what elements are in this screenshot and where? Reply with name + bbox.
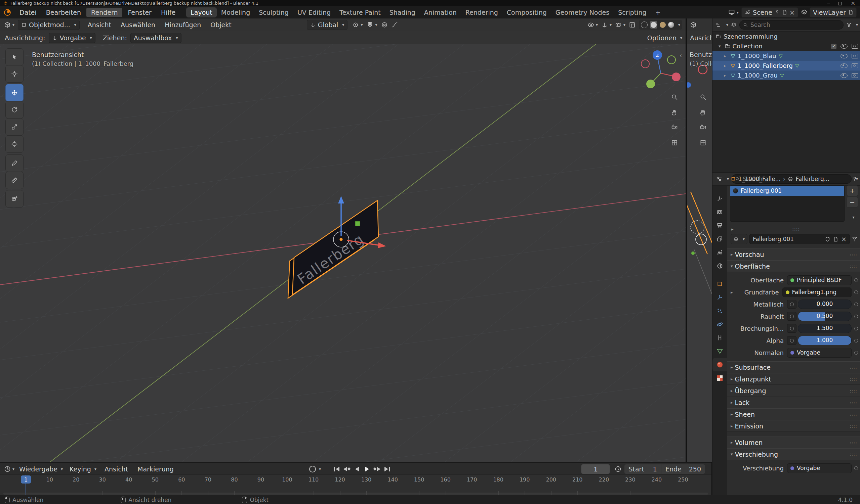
panel-oberflaeche[interactable]: ▾ Oberfläche :::: [727, 260, 860, 272]
tab-material[interactable] [713, 358, 727, 371]
keyframe-decorator[interactable] [854, 351, 858, 355]
normals-value-field[interactable]: Vorgabe [787, 348, 851, 358]
menu-hilfe[interactable]: Hilfe [156, 6, 180, 18]
keyframe-decorator[interactable] [854, 315, 858, 318]
tab-physics[interactable] [713, 318, 727, 331]
falloff-curve-icon[interactable] [391, 21, 398, 28]
nav-x-ball[interactable] [672, 73, 680, 81]
panel-volumen[interactable]: ▸Volumen:::: [727, 436, 860, 448]
editor-type-icon[interactable] [690, 21, 697, 28]
viewport-camera-icon[interactable] [669, 121, 680, 133]
workspace-tab-modeling[interactable]: Modeling [217, 6, 254, 18]
object-visibility-icon[interactable] [587, 21, 594, 28]
viewport-zoom-icon[interactable] [669, 91, 680, 103]
filter-funnel-icon[interactable] [852, 236, 857, 242]
menu-bearbeiten[interactable]: Bearbeiten [41, 6, 86, 18]
workspace-tab-layout[interactable]: Layout [186, 8, 217, 17]
workspace-tab-compositing[interactable]: Compositing [502, 6, 551, 18]
material-name-field[interactable]: Fallerberg.001 × [749, 234, 850, 244]
viewport-3d[interactable]: Fallerberg Z Benutzeransicht (1) Collect… [0, 44, 686, 462]
drag-selector[interactable]: Auswahlbox ▾ [130, 33, 182, 43]
gizmo-z-arrowhead[interactable] [338, 196, 344, 204]
keyframe-decorator[interactable] [854, 278, 858, 282]
eye-icon[interactable] [841, 63, 848, 68]
panel-uebergang[interactable]: ▸Übergang:::: [727, 385, 860, 397]
outliner-scene-collection[interactable]: Szenensammlung [713, 32, 860, 41]
keyframe-decorator[interactable] [854, 327, 858, 330]
menu-ansicht[interactable]: Ansicht [83, 18, 116, 31]
tab-viewlayer[interactable] [713, 232, 727, 246]
surface-shader-selector[interactable]: Principled BSDF [787, 275, 851, 285]
pin-icon[interactable] [775, 10, 780, 15]
menu-rendern[interactable]: Rendern [86, 8, 122, 17]
camera-render-icon[interactable] [851, 54, 858, 58]
eye-icon[interactable] [841, 73, 848, 78]
outliner-object-fallerberg[interactable]: ▸ 1_1000_Fallerberg [713, 61, 860, 71]
tool-transform-button[interactable] [5, 135, 24, 153]
menu-fenster[interactable]: Fenster [123, 6, 156, 18]
pivot-icon[interactable] [352, 21, 359, 28]
metallic-slider[interactable]: 0.000 [798, 299, 851, 309]
workspace-tab-rendering[interactable]: Rendering [461, 6, 502, 18]
outliner-search-input[interactable] [750, 21, 791, 29]
filter-funnel-icon[interactable] [846, 22, 851, 28]
editor-type-icon[interactable] [4, 21, 11, 28]
current-frame-field[interactable]: 1 [581, 464, 610, 474]
viewport-pan-icon[interactable] [697, 107, 709, 118]
keyframe-decorator[interactable] [854, 291, 858, 294]
camera-render-icon[interactable] [851, 44, 858, 49]
blender-menu-icon[interactable] [3, 9, 11, 16]
panel-subsurface[interactable]: ▸Subsurface:::: [727, 361, 860, 373]
play-button[interactable] [362, 465, 372, 473]
tool-select-button[interactable] [5, 48, 24, 66]
tab-particles[interactable] [713, 304, 727, 318]
playback-menu[interactable]: Wiedergabe▾ [19, 465, 63, 473]
keyframe-decorator[interactable] [854, 466, 858, 470]
menu-auswaehlen[interactable]: Auswählen [116, 18, 160, 31]
new-scene-icon[interactable] [782, 10, 787, 15]
timeline-ruler[interactable]: 1102030405060708090100110120130140150160… [0, 474, 712, 495]
alpha-slider[interactable]: 1.000 [798, 336, 851, 345]
displacement-value-field[interactable]: Vorgabe [787, 463, 851, 473]
browse-material-button[interactable]: ▾ [731, 234, 747, 244]
playhead-badge[interactable]: 1 [21, 475, 31, 484]
expand-arrow-icon[interactable]: ▸ [731, 227, 734, 232]
camera-render-icon[interactable] [851, 63, 858, 68]
alignment-selector[interactable]: Vorgabe ▾ [49, 33, 96, 43]
panel-sheen[interactable]: ▸Sheen:::: [727, 408, 860, 420]
outliner-search[interactable] [739, 20, 844, 30]
camera-render-icon[interactable] [851, 73, 858, 78]
secondary-viewport-3d[interactable]: Benutza (1) Colle [687, 44, 712, 462]
expand-arrow-icon[interactable]: ▸ [724, 73, 726, 78]
socket-toggle[interactable] [787, 312, 797, 321]
tab-object[interactable] [713, 277, 727, 291]
outliner-object-blau[interactable]: ▸ 1_1000_Blau [713, 51, 860, 61]
tool-add-cube-button[interactable] [5, 190, 24, 208]
gizmo-y-handle[interactable] [355, 221, 360, 226]
tab-object-data[interactable] [713, 344, 727, 358]
options-dropdown[interactable]: Optionen ▾ [647, 34, 682, 42]
outliner-object-grau[interactable]: ▸ 1_1000_Grau [713, 71, 860, 80]
region-toggle-icon[interactable]: ‹ [679, 52, 682, 59]
jump-to-start-button[interactable] [332, 465, 342, 473]
unlink-material-icon[interactable]: × [841, 235, 847, 243]
tab-scene[interactable] [713, 246, 727, 259]
tab-tool[interactable] [713, 192, 727, 206]
tab-modifiers[interactable] [713, 291, 727, 304]
shading-wireframe-button[interactable] [641, 21, 648, 28]
base-color-value-field[interactable]: Fallerberg1.png [783, 287, 851, 297]
viewport-ortho-icon[interactable] [669, 137, 680, 148]
viewport-ortho-icon[interactable] [697, 137, 709, 148]
display-mode-icon[interactable] [731, 22, 737, 28]
pin-icon[interactable] [852, 176, 857, 182]
shading-solid-button[interactable] [650, 21, 657, 29]
timeline-menu-markierung[interactable]: Markierung [133, 463, 178, 475]
socket-toggle[interactable] [787, 300, 797, 309]
tab-constraints[interactable] [713, 331, 727, 344]
scene-browse-icon[interactable] [728, 9, 735, 16]
tab-output[interactable] [713, 219, 727, 232]
panel-verschiebung[interactable]: ▾Verschiebung:::: [727, 448, 860, 460]
scene-selector[interactable]: Scene × [741, 8, 798, 17]
timeline-editor-icon[interactable] [4, 466, 11, 472]
add-slot-button[interactable]: + [847, 186, 858, 196]
